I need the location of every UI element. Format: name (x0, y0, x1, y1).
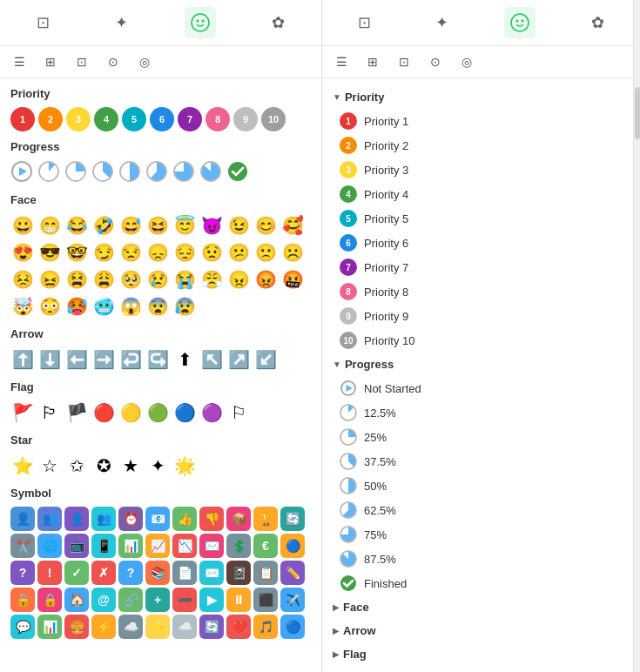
symbol-icon-39[interactable]: ➖ (172, 588, 197, 612)
section-header-progress[interactable]: ▼Progress (333, 353, 630, 376)
progress-list-item-0[interactable]: Not Started (333, 376, 630, 400)
add-icon[interactable]: ⊙ (101, 50, 125, 74)
sparkle-icon-r[interactable]: ✦ (427, 7, 458, 38)
symbol-icon-54[interactable]: 🔵 (280, 615, 305, 639)
progress-list-item-3[interactable]: 37.5% (333, 449, 630, 474)
add-icon-r[interactable]: ⊙ (423, 50, 448, 74)
star-emoji-0[interactable]: ⭐ (10, 454, 35, 478)
symbol-icon-53[interactable]: 🎵 (253, 615, 278, 639)
progress-icon-1[interactable] (37, 160, 62, 185)
priority-circle-2[interactable]: 2 (38, 107, 63, 131)
symbol-icon-49[interactable]: ⭐ (145, 615, 170, 639)
symbol-icon-12[interactable]: 🌐 (37, 534, 62, 558)
symbol-icon-29[interactable]: ✉️ (199, 561, 224, 585)
eye-icon[interactable]: ◎ (132, 50, 157, 74)
symbol-icon-30[interactable]: 📓 (226, 561, 251, 585)
arrow-emoji-6[interactable]: ⬆ (172, 347, 197, 372)
face-emoji-15[interactable]: 😒 (118, 240, 143, 265)
priority-circle-3[interactable]: 3 (66, 107, 91, 131)
progress-icon-3[interactable] (91, 160, 116, 185)
arrow-emoji-8[interactable]: ↗️ (226, 347, 251, 372)
face-emoji-12[interactable]: 😎 (37, 240, 62, 265)
face-emoji-6[interactable]: 😇 (172, 213, 197, 238)
arrow-emoji-7[interactable]: ↖️ (199, 347, 224, 372)
symbol-icon-22[interactable]: ? (10, 561, 35, 585)
flag-emoji-2[interactable]: 🏴 (64, 400, 89, 425)
priority-list-item-1[interactable]: 1Priority 1 (333, 109, 630, 133)
progress-icon-4[interactable] (118, 160, 143, 185)
symbol-icon-15[interactable]: 📊 (118, 534, 143, 558)
symbol-icon-13[interactable]: 📺 (64, 534, 89, 558)
face-emoji-39[interactable]: 😰 (172, 294, 197, 319)
symbol-icon-4[interactable]: ⏰ (118, 507, 143, 531)
symbol-icon-2[interactable]: 👤 (64, 507, 89, 531)
arrow-emoji-5[interactable]: ↪️ (145, 347, 170, 372)
symbol-icon-44[interactable]: 💬 (10, 615, 35, 639)
face-emoji-1[interactable]: 😁 (37, 213, 62, 238)
face-emoji-23[interactable]: 😖 (37, 267, 62, 292)
face-emoji-4[interactable]: 😅 (118, 213, 143, 238)
symbol-icon-0[interactable]: 👤 (10, 507, 35, 531)
symbol-icon-16[interactable]: 📈 (145, 534, 170, 558)
face-emoji-22[interactable]: 😣 (10, 267, 35, 292)
flag-emoji-7[interactable]: 🟣 (199, 400, 224, 425)
symbol-icon-5[interactable]: 📧 (145, 507, 170, 531)
priority-circle-6[interactable]: 6 (150, 107, 174, 131)
symbol-icon-3[interactable]: 👥 (91, 507, 116, 531)
arrow-emoji-4[interactable]: ↩️ (118, 347, 143, 372)
symbol-icon-1[interactable]: 👥 (37, 507, 62, 531)
face-emoji-38[interactable]: 😨 (145, 294, 170, 319)
arrow-emoji-2[interactable]: ⬅️ (64, 347, 89, 372)
star-emoji-3[interactable]: ✪ (91, 454, 116, 478)
face-emoji-7[interactable]: 😈 (199, 213, 224, 238)
symbol-icon-37[interactable]: 🔗 (118, 588, 143, 612)
priority-list-item-6[interactable]: 6Priority 6 (333, 231, 630, 255)
face-emoji-13[interactable]: 🤓 (64, 240, 89, 265)
priority-circle-1[interactable]: 1 (10, 107, 35, 131)
priority-circle-5[interactable]: 5 (122, 107, 146, 131)
flag-emoji-4[interactable]: 🟡 (118, 400, 143, 425)
progress-icon-0[interactable] (10, 160, 35, 185)
face-emoji-20[interactable]: 🙁 (253, 240, 278, 265)
priority-list-item-3[interactable]: 3Priority 3 (333, 158, 630, 182)
section-header-priority[interactable]: ▼Priority (333, 85, 630, 109)
scrollbar-thumb[interactable] (635, 87, 640, 139)
priority-circle-4[interactable]: 4 (94, 107, 118, 131)
symbol-icon-17[interactable]: 📉 (172, 534, 197, 558)
symbol-icon-23[interactable]: ! (37, 561, 62, 585)
flag-emoji-6[interactable]: 🔵 (172, 400, 197, 425)
face-emoji-36[interactable]: 🥶 (91, 294, 116, 319)
progress-list-item-7[interactable]: 87.5% (333, 547, 630, 571)
section-header-arrow[interactable]: ▶Arrow (333, 619, 630, 642)
face-emoji-14[interactable]: 😏 (91, 240, 116, 265)
flag-emoji-5[interactable]: 🟢 (145, 400, 170, 425)
priority-list-item-4[interactable]: 4Priority 4 (333, 182, 630, 206)
priority-circle-10[interactable]: 10 (261, 107, 286, 131)
symbol-icon-11[interactable]: ✂️ (10, 534, 35, 558)
symbol-icon-10[interactable]: 🔄 (280, 507, 305, 531)
arrow-emoji-0[interactable]: ⬆️ (10, 347, 35, 372)
symbol-icon-7[interactable]: 👎 (199, 507, 224, 531)
square-icon-r[interactable]: ⊡ (349, 7, 381, 38)
priority-circle-8[interactable]: 8 (205, 107, 230, 131)
box-icon-r[interactable]: ⊡ (392, 50, 416, 74)
eye-icon-r[interactable]: ◎ (455, 50, 479, 74)
star-emoji-2[interactable]: ✩ (64, 454, 89, 478)
arrow-emoji-1[interactable]: ⬇️ (37, 347, 62, 372)
symbol-icon-25[interactable]: ✗ (91, 561, 116, 585)
arrow-emoji-9[interactable]: ↙️ (253, 347, 278, 372)
symbol-icon-46[interactable]: 🍔 (64, 615, 89, 639)
symbol-icon-33[interactable]: 🔒 (10, 588, 35, 612)
priority-list-item-5[interactable]: 5Priority 5 (333, 206, 630, 231)
face-emoji-3[interactable]: 🤣 (91, 213, 116, 238)
face-emoji-17[interactable]: 😔 (172, 240, 197, 265)
symbol-icon-8[interactable]: 📦 (226, 507, 251, 531)
priority-list-item-9[interactable]: 9Priority 9 (333, 304, 630, 328)
face-emoji-10[interactable]: 🥰 (280, 213, 305, 238)
star-emoji-4[interactable]: ★ (118, 454, 143, 478)
symbol-icon-19[interactable]: 💲 (226, 534, 251, 558)
star-emoji-1[interactable]: ☆ (37, 454, 62, 478)
symbol-icon-41[interactable]: ⏸ (226, 588, 251, 612)
scrollbar-track[interactable] (633, 0, 640, 672)
face-emoji-34[interactable]: 😳 (37, 294, 62, 319)
